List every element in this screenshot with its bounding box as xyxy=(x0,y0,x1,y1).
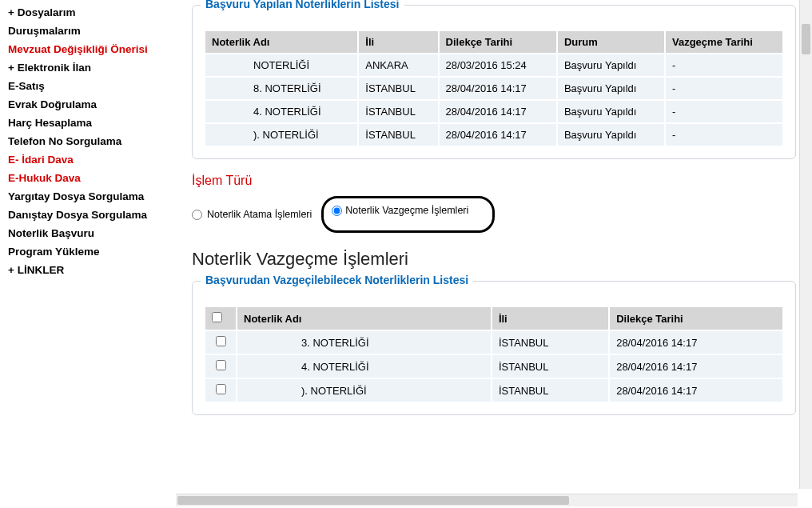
cell: 8. NOTERLİĞİ xyxy=(205,77,358,100)
radio-assign-label[interactable]: Noterlik Atama İşlemleri xyxy=(207,209,312,220)
radio-cancel[interactable] xyxy=(332,206,342,216)
table-row[interactable]: ). NOTERLİĞİİSTANBUL28/04/2016 14:17Başv… xyxy=(205,123,783,146)
table-row[interactable]: ). NOTERLİĞİİSTANBUL28/04/2016 14:17 xyxy=(205,378,783,402)
sidebar-item-6[interactable]: Harç Hesaplama xyxy=(8,114,173,132)
cell: ANKARA xyxy=(358,54,438,77)
cell: ). NOTERLİĞİ xyxy=(237,378,492,402)
cell: 28/04/2016 14:17 xyxy=(609,378,783,402)
cell: İSTANBUL xyxy=(492,330,609,354)
cell: 28/04/2016 14:17 xyxy=(609,354,783,378)
sidebar-item-1[interactable]: Duruşmalarım xyxy=(8,22,173,40)
cell: - xyxy=(665,77,783,100)
cell: 4. NOTERLİĞİ xyxy=(237,354,492,378)
col-city: İli xyxy=(358,30,438,54)
row-checkbox[interactable] xyxy=(216,336,226,346)
sidebar-item-2[interactable]: Mevzuat Değişikliği Önerisi xyxy=(8,40,173,58)
select-all-checkbox[interactable] xyxy=(212,312,222,322)
radio-cancel-label[interactable]: Noterlik Vazgeçme İşlemleri xyxy=(345,205,468,216)
panel-legend: Başvurudan Vazgeçilebilecek Noterlikleri… xyxy=(201,274,473,286)
cell: İSTANBUL xyxy=(358,123,438,146)
cell-checkbox[interactable] xyxy=(205,378,237,402)
sidebar-item-13[interactable]: Program Yükleme xyxy=(8,242,173,261)
sidebar-item-7[interactable]: Telefon No Sorgulama xyxy=(8,132,173,150)
cell-checkbox[interactable] xyxy=(205,330,237,354)
cell: İSTANBUL xyxy=(492,354,609,378)
cell: İSTANBUL xyxy=(358,77,438,100)
cell: İSTANBUL xyxy=(358,100,438,123)
cell: Başvuru Yapıldı xyxy=(557,77,665,100)
table-row[interactable]: 8. NOTERLİĞİİSTANBUL28/04/2016 14:17Başv… xyxy=(205,77,783,100)
cell: - xyxy=(665,54,783,77)
table-row[interactable]: NOTERLİĞİANKARA28/03/2016 15:24Başvuru Y… xyxy=(205,54,783,77)
sidebar-item-14[interactable]: + LİNKLER xyxy=(8,261,173,279)
vertical-scrollbar[interactable] xyxy=(799,0,812,489)
sidebar-item-4[interactable]: E-Satış xyxy=(8,77,173,95)
cell: ). NOTERLİĞİ xyxy=(205,123,358,146)
cancelable-notaries-table: Noterlik Adı İli Dilekçe Tarihi 3. NOTER… xyxy=(204,306,784,403)
panel-legend: Başvuru Yapılan Noterliklerin Listesi xyxy=(201,0,404,10)
cell: Başvuru Yapıldı xyxy=(557,54,665,77)
table-row[interactable]: 4. NOTERLİĞİİSTANBUL28/04/2016 14:17 xyxy=(205,354,783,378)
col-notary-name: Noterlik Adı xyxy=(237,306,492,330)
cell: - xyxy=(665,100,783,123)
cell: 28/04/2016 14:17 xyxy=(439,77,557,100)
radio-cancel-highlight: Noterlik Vazgeçme İşlemleri xyxy=(321,196,495,233)
cell-checkbox[interactable] xyxy=(205,354,237,378)
col-select-all[interactable] xyxy=(205,306,237,330)
main-content: Başvuru Yapılan Noterliklerin Listesi No… xyxy=(176,0,812,508)
scrollbar-thumb[interactable] xyxy=(177,496,569,505)
col-cancel-date: Vazgeçme Tarihi xyxy=(665,30,783,54)
sidebar-item-0[interactable]: + Dosyalarım xyxy=(8,3,173,22)
table-row[interactable]: 4. NOTERLİĞİİSTANBUL28/04/2016 14:17Başv… xyxy=(205,100,783,123)
sidebar-item-5[interactable]: Evrak Doğrulama xyxy=(8,95,173,114)
cell: 28/04/2016 14:17 xyxy=(609,330,783,354)
sidebar-item-10[interactable]: Yargıtay Dosya Sorgulama xyxy=(8,187,173,206)
cancelable-notaries-panel: Başvurudan Vazgeçilebilecek Noterlikleri… xyxy=(192,281,796,415)
operation-type-heading: İşlem Türü xyxy=(192,174,796,188)
sidebar: + DosyalarımDuruşmalarımMevzuat Değişikl… xyxy=(0,0,176,508)
radio-assign[interactable] xyxy=(192,210,202,220)
cell: Başvuru Yapıldı xyxy=(557,100,665,123)
operation-type-radios: Noterlik Atama İşlemleri Noterlik Vazgeç… xyxy=(192,196,796,233)
cell: 28/04/2016 14:17 xyxy=(439,123,557,146)
sidebar-item-12[interactable]: Noterlik Başvuru xyxy=(8,224,173,242)
cancel-section-heading: Noterlik Vazgeçme İşlemleri xyxy=(192,249,796,270)
row-checkbox[interactable] xyxy=(216,384,226,394)
cell: İSTANBUL xyxy=(492,378,609,402)
cell: NOTERLİĞİ xyxy=(205,54,358,77)
col-city: İli xyxy=(492,306,609,330)
cell: 28/04/2016 14:17 xyxy=(439,100,557,123)
cell: 28/03/2016 15:24 xyxy=(439,54,557,77)
table-row[interactable]: 3. NOTERLİĞİİSTANBUL28/04/2016 14:17 xyxy=(205,330,783,354)
sidebar-item-9[interactable]: E-Hukuk Dava xyxy=(8,169,173,187)
col-petition-date: Dilekçe Tarihi xyxy=(439,30,557,54)
applied-notaries-panel: Başvuru Yapılan Noterliklerin Listesi No… xyxy=(192,5,796,159)
sidebar-item-8[interactable]: E- İdari Dava xyxy=(8,150,173,169)
row-checkbox[interactable] xyxy=(216,360,226,370)
cell: Başvuru Yapıldı xyxy=(557,123,665,146)
horizontal-scrollbar[interactable] xyxy=(176,494,798,506)
applied-notaries-table: Noterlik Adı İli Dilekçe Tarihi Durum Va… xyxy=(204,30,784,147)
sidebar-item-11[interactable]: Danıştay Dosya Sorgulama xyxy=(8,206,173,224)
sidebar-item-3[interactable]: + Elektronik İlan xyxy=(8,58,173,77)
col-notary-name: Noterlik Adı xyxy=(205,30,358,54)
col-petition-date: Dilekçe Tarihi xyxy=(609,306,783,330)
cell: - xyxy=(665,123,783,146)
col-status: Durum xyxy=(557,30,665,54)
cell: 4. NOTERLİĞİ xyxy=(205,100,358,123)
cell: 3. NOTERLİĞİ xyxy=(237,330,492,354)
scrollbar-thumb[interactable] xyxy=(802,24,810,54)
